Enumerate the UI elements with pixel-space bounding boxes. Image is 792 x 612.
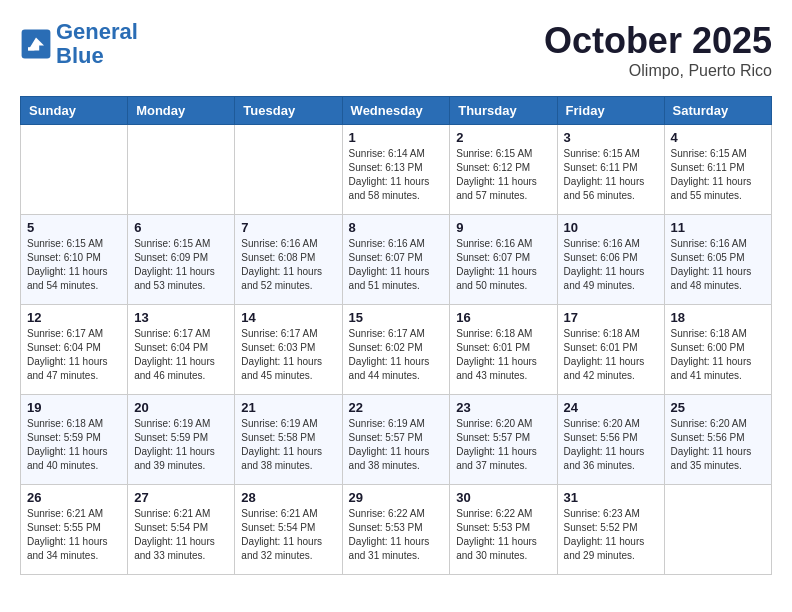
day-number: 1 <box>349 130 444 145</box>
day-info: Sunrise: 6:14 AM Sunset: 6:13 PM Dayligh… <box>349 147 444 203</box>
day-number: 9 <box>456 220 550 235</box>
svg-rect-2 <box>28 47 34 50</box>
title-block: October 2025 Olimpo, Puerto Rico <box>544 20 772 80</box>
day-info: Sunrise: 6:16 AM Sunset: 6:05 PM Dayligh… <box>671 237 765 293</box>
day-info: Sunrise: 6:16 AM Sunset: 6:06 PM Dayligh… <box>564 237 658 293</box>
day-info: Sunrise: 6:23 AM Sunset: 5:52 PM Dayligh… <box>564 507 658 563</box>
week-row-3: 12Sunrise: 6:17 AM Sunset: 6:04 PM Dayli… <box>21 305 772 395</box>
day-info: Sunrise: 6:17 AM Sunset: 6:04 PM Dayligh… <box>27 327 121 383</box>
calendar-cell: 18Sunrise: 6:18 AM Sunset: 6:00 PM Dayli… <box>664 305 771 395</box>
calendar-cell: 3Sunrise: 6:15 AM Sunset: 6:11 PM Daylig… <box>557 125 664 215</box>
day-number: 23 <box>456 400 550 415</box>
day-number: 28 <box>241 490 335 505</box>
day-number: 26 <box>27 490 121 505</box>
calendar-cell: 14Sunrise: 6:17 AM Sunset: 6:03 PM Dayli… <box>235 305 342 395</box>
weekday-tuesday: Tuesday <box>235 97 342 125</box>
day-info: Sunrise: 6:15 AM Sunset: 6:11 PM Dayligh… <box>564 147 658 203</box>
day-number: 24 <box>564 400 658 415</box>
logo-icon <box>20 28 52 60</box>
weekday-monday: Monday <box>128 97 235 125</box>
day-info: Sunrise: 6:22 AM Sunset: 5:53 PM Dayligh… <box>349 507 444 563</box>
day-info: Sunrise: 6:21 AM Sunset: 5:54 PM Dayligh… <box>134 507 228 563</box>
day-info: Sunrise: 6:16 AM Sunset: 6:07 PM Dayligh… <box>456 237 550 293</box>
calendar-cell: 30Sunrise: 6:22 AM Sunset: 5:53 PM Dayli… <box>450 485 557 575</box>
calendar-cell: 16Sunrise: 6:18 AM Sunset: 6:01 PM Dayli… <box>450 305 557 395</box>
calendar-cell <box>128 125 235 215</box>
day-info: Sunrise: 6:15 AM Sunset: 6:09 PM Dayligh… <box>134 237 228 293</box>
calendar-cell: 6Sunrise: 6:15 AM Sunset: 6:09 PM Daylig… <box>128 215 235 305</box>
day-info: Sunrise: 6:16 AM Sunset: 6:07 PM Dayligh… <box>349 237 444 293</box>
calendar-cell: 12Sunrise: 6:17 AM Sunset: 6:04 PM Dayli… <box>21 305 128 395</box>
weekday-thursday: Thursday <box>450 97 557 125</box>
calendar-cell <box>664 485 771 575</box>
day-info: Sunrise: 6:18 AM Sunset: 6:01 PM Dayligh… <box>456 327 550 383</box>
day-number: 14 <box>241 310 335 325</box>
calendar-cell: 23Sunrise: 6:20 AM Sunset: 5:57 PM Dayli… <box>450 395 557 485</box>
weekday-header-row: SundayMondayTuesdayWednesdayThursdayFrid… <box>21 97 772 125</box>
day-number: 2 <box>456 130 550 145</box>
day-number: 5 <box>27 220 121 235</box>
day-info: Sunrise: 6:17 AM Sunset: 6:02 PM Dayligh… <box>349 327 444 383</box>
calendar-body: 1Sunrise: 6:14 AM Sunset: 6:13 PM Daylig… <box>21 125 772 575</box>
week-row-2: 5Sunrise: 6:15 AM Sunset: 6:10 PM Daylig… <box>21 215 772 305</box>
day-number: 15 <box>349 310 444 325</box>
weekday-friday: Friday <box>557 97 664 125</box>
day-number: 4 <box>671 130 765 145</box>
day-number: 30 <box>456 490 550 505</box>
day-number: 11 <box>671 220 765 235</box>
day-number: 20 <box>134 400 228 415</box>
weekday-saturday: Saturday <box>664 97 771 125</box>
day-number: 7 <box>241 220 335 235</box>
day-number: 22 <box>349 400 444 415</box>
calendar-cell: 15Sunrise: 6:17 AM Sunset: 6:02 PM Dayli… <box>342 305 450 395</box>
calendar-cell: 5Sunrise: 6:15 AM Sunset: 6:10 PM Daylig… <box>21 215 128 305</box>
week-row-1: 1Sunrise: 6:14 AM Sunset: 6:13 PM Daylig… <box>21 125 772 215</box>
calendar-cell: 10Sunrise: 6:16 AM Sunset: 6:06 PM Dayli… <box>557 215 664 305</box>
weekday-wednesday: Wednesday <box>342 97 450 125</box>
calendar-cell: 13Sunrise: 6:17 AM Sunset: 6:04 PM Dayli… <box>128 305 235 395</box>
day-info: Sunrise: 6:22 AM Sunset: 5:53 PM Dayligh… <box>456 507 550 563</box>
calendar-cell <box>235 125 342 215</box>
calendar-cell: 29Sunrise: 6:22 AM Sunset: 5:53 PM Dayli… <box>342 485 450 575</box>
month-title: October 2025 <box>544 20 772 62</box>
weekday-sunday: Sunday <box>21 97 128 125</box>
day-number: 17 <box>564 310 658 325</box>
day-info: Sunrise: 6:20 AM Sunset: 5:56 PM Dayligh… <box>564 417 658 473</box>
calendar-cell <box>21 125 128 215</box>
week-row-5: 26Sunrise: 6:21 AM Sunset: 5:55 PM Dayli… <box>21 485 772 575</box>
day-number: 10 <box>564 220 658 235</box>
day-info: Sunrise: 6:15 AM Sunset: 6:10 PM Dayligh… <box>27 237 121 293</box>
day-number: 3 <box>564 130 658 145</box>
calendar-cell: 19Sunrise: 6:18 AM Sunset: 5:59 PM Dayli… <box>21 395 128 485</box>
day-info: Sunrise: 6:21 AM Sunset: 5:54 PM Dayligh… <box>241 507 335 563</box>
day-number: 12 <box>27 310 121 325</box>
calendar-cell: 24Sunrise: 6:20 AM Sunset: 5:56 PM Dayli… <box>557 395 664 485</box>
calendar-cell: 1Sunrise: 6:14 AM Sunset: 6:13 PM Daylig… <box>342 125 450 215</box>
calendar-cell: 2Sunrise: 6:15 AM Sunset: 6:12 PM Daylig… <box>450 125 557 215</box>
calendar-cell: 11Sunrise: 6:16 AM Sunset: 6:05 PM Dayli… <box>664 215 771 305</box>
day-number: 27 <box>134 490 228 505</box>
calendar-cell: 9Sunrise: 6:16 AM Sunset: 6:07 PM Daylig… <box>450 215 557 305</box>
day-number: 16 <box>456 310 550 325</box>
day-info: Sunrise: 6:18 AM Sunset: 6:01 PM Dayligh… <box>564 327 658 383</box>
day-number: 21 <box>241 400 335 415</box>
logo-text: GeneralBlue <box>56 20 138 68</box>
day-info: Sunrise: 6:18 AM Sunset: 5:59 PM Dayligh… <box>27 417 121 473</box>
day-number: 13 <box>134 310 228 325</box>
calendar-cell: 20Sunrise: 6:19 AM Sunset: 5:59 PM Dayli… <box>128 395 235 485</box>
day-info: Sunrise: 6:20 AM Sunset: 5:56 PM Dayligh… <box>671 417 765 473</box>
day-info: Sunrise: 6:15 AM Sunset: 6:11 PM Dayligh… <box>671 147 765 203</box>
calendar-cell: 26Sunrise: 6:21 AM Sunset: 5:55 PM Dayli… <box>21 485 128 575</box>
day-info: Sunrise: 6:19 AM Sunset: 5:58 PM Dayligh… <box>241 417 335 473</box>
day-info: Sunrise: 6:17 AM Sunset: 6:03 PM Dayligh… <box>241 327 335 383</box>
calendar-cell: 22Sunrise: 6:19 AM Sunset: 5:57 PM Dayli… <box>342 395 450 485</box>
location: Olimpo, Puerto Rico <box>544 62 772 80</box>
day-number: 8 <box>349 220 444 235</box>
day-number: 19 <box>27 400 121 415</box>
day-info: Sunrise: 6:21 AM Sunset: 5:55 PM Dayligh… <box>27 507 121 563</box>
calendar-cell: 25Sunrise: 6:20 AM Sunset: 5:56 PM Dayli… <box>664 395 771 485</box>
calendar-cell: 17Sunrise: 6:18 AM Sunset: 6:01 PM Dayli… <box>557 305 664 395</box>
calendar-cell: 8Sunrise: 6:16 AM Sunset: 6:07 PM Daylig… <box>342 215 450 305</box>
day-info: Sunrise: 6:19 AM Sunset: 5:59 PM Dayligh… <box>134 417 228 473</box>
day-info: Sunrise: 6:17 AM Sunset: 6:04 PM Dayligh… <box>134 327 228 383</box>
